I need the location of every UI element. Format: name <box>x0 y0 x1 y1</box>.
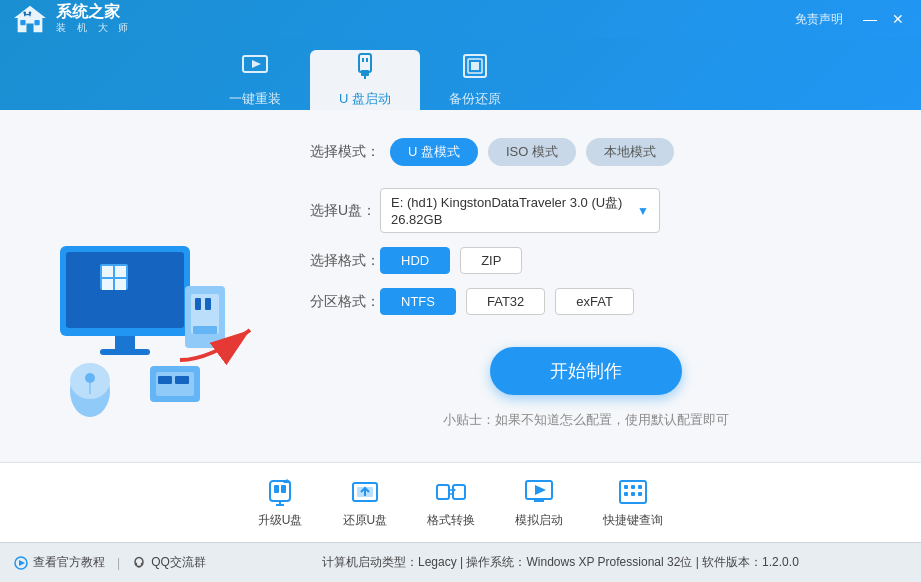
svg-rect-63 <box>638 492 642 496</box>
upgrade-usb-icon <box>262 476 298 508</box>
backup-icon <box>461 52 489 86</box>
svg-point-35 <box>85 373 95 383</box>
svg-marker-54 <box>535 485 546 495</box>
svg-rect-51 <box>453 485 465 499</box>
svg-point-67 <box>135 562 137 565</box>
svg-rect-59 <box>631 485 635 489</box>
svg-rect-29 <box>195 298 201 310</box>
usb-select-row: 选择U盘： E: (hd1) KingstonDataTraveler 3.0 … <box>310 188 891 233</box>
usb-select-dropdown[interactable]: E: (hd1) KingstonDataTraveler 3.0 (U盘) 2… <box>380 188 660 233</box>
format-select-row: 选择格式： HDD ZIP <box>310 247 891 274</box>
svg-rect-22 <box>115 266 126 277</box>
simulate-boot-btn[interactable]: 模拟启动 <box>515 476 563 529</box>
logo-sub-text: 装 机 大 师 <box>56 21 132 35</box>
svg-rect-1 <box>20 20 25 25</box>
mode-label: 选择模式： <box>310 143 380 161</box>
svg-rect-10 <box>359 54 371 72</box>
qq-label: QQ交流群 <box>151 554 206 571</box>
format-convert-label: 格式转换 <box>427 512 475 529</box>
svg-rect-50 <box>437 485 449 499</box>
qq-group-link[interactable]: QQ交流群 <box>132 554 206 571</box>
partition-btn-fat32[interactable]: FAT32 <box>466 288 545 315</box>
qq-icon <box>132 556 146 570</box>
titlebar-controls: 免责声明 — ✕ <box>795 8 909 30</box>
svg-marker-9 <box>252 60 261 68</box>
format-btn-group: HDD ZIP <box>380 247 522 274</box>
shortcut-query-btn[interactable]: 快捷键查询 <box>603 476 663 529</box>
mode-btn-iso[interactable]: ISO 模式 <box>488 138 576 166</box>
svg-rect-21 <box>102 266 113 277</box>
usb-label: U 盘启动 <box>339 90 391 108</box>
svg-rect-43 <box>281 485 286 493</box>
mode-selector-row: 选择模式： U 盘模式 ISO 模式 本地模式 <box>310 138 891 166</box>
svg-rect-62 <box>631 492 635 496</box>
divider1: | <box>117 556 120 570</box>
svg-point-7 <box>29 12 32 15</box>
restore-usb-label: 还原U盘 <box>343 512 388 529</box>
bottom-toolbar: 升级U盘 还原U盘 格式转换 <box>0 462 921 542</box>
statusbar: 查看官方教程 | QQ交流群 计算机启动类型：Legacy | 操作系统：Win… <box>0 542 921 582</box>
shortcut-query-icon <box>615 476 651 508</box>
tutorial-label: 查看官方教程 <box>33 554 105 571</box>
usb-select-value: E: (hd1) KingstonDataTraveler 3.0 (U盘) 2… <box>391 194 637 227</box>
format-btn-hdd[interactable]: HDD <box>380 247 450 274</box>
arrow-indicator <box>170 310 270 370</box>
svg-rect-13 <box>361 70 369 76</box>
navbar: 一键重装 U 盘启动 备份还原 <box>0 38 921 110</box>
svg-rect-24 <box>115 279 126 290</box>
upgrade-usb-label: 升级U盘 <box>258 512 303 529</box>
status-info-text: 计算机启动类型：Legacy | 操作系统：Windows XP Profess… <box>214 554 907 571</box>
svg-rect-41 <box>270 481 290 501</box>
tab-backup[interactable]: 备份还原 <box>420 50 530 110</box>
svg-rect-60 <box>638 485 642 489</box>
partition-select-row: 分区格式： NTFS FAT32 exFAT <box>310 288 891 315</box>
partition-label: 分区格式： <box>310 293 370 311</box>
simulate-boot-icon <box>521 476 557 508</box>
close-button[interactable]: ✕ <box>887 8 909 30</box>
disclaimer-link[interactable]: 免责声明 <box>795 11 843 28</box>
reinstall-label: 一键重装 <box>229 90 281 108</box>
svg-rect-25 <box>115 336 135 350</box>
format-convert-btn[interactable]: 格式转换 <box>427 476 475 529</box>
svg-rect-2 <box>34 20 39 25</box>
usb-select-label: 选择U盘： <box>310 202 370 220</box>
partition-btn-ntfs[interactable]: NTFS <box>380 288 456 315</box>
svg-point-68 <box>141 562 143 565</box>
logo-text-container: 系统之家 装 机 大 师 <box>56 3 132 35</box>
tutorial-link[interactable]: 查看官方教程 <box>14 554 105 571</box>
partition-btn-exfat[interactable]: exFAT <box>555 288 634 315</box>
format-btn-zip[interactable]: ZIP <box>460 247 522 274</box>
partition-btn-group: NTFS FAT32 exFAT <box>380 288 634 315</box>
svg-rect-26 <box>100 349 150 355</box>
reinstall-icon <box>241 52 269 86</box>
logo: 系统之家 装 机 大 师 <box>12 3 132 35</box>
titlebar: 系统之家 装 机 大 师 免责声明 — ✕ <box>0 0 921 38</box>
simulate-boot-label: 模拟启动 <box>515 512 563 529</box>
svg-rect-23 <box>102 279 113 290</box>
dropdown-arrow-icon: ▼ <box>637 204 649 218</box>
tab-usb[interactable]: U 盘启动 <box>310 50 420 110</box>
svg-rect-39 <box>175 376 189 384</box>
svg-rect-58 <box>624 485 628 489</box>
format-label: 选择格式： <box>310 252 370 270</box>
format-convert-icon <box>433 476 469 508</box>
tab-reinstall[interactable]: 一键重装 <box>200 50 310 110</box>
backup-label: 备份还原 <box>449 90 501 108</box>
svg-rect-17 <box>471 62 479 70</box>
upgrade-usb-btn[interactable]: 升级U盘 <box>258 476 303 529</box>
svg-rect-38 <box>158 376 172 384</box>
mode-btn-local[interactable]: 本地模式 <box>586 138 674 166</box>
start-make-button[interactable]: 开始制作 <box>490 347 682 395</box>
svg-rect-42 <box>274 485 279 493</box>
mode-btn-usb[interactable]: U 盘模式 <box>390 138 478 166</box>
svg-marker-65 <box>19 560 25 566</box>
logo-main-text: 系统之家 <box>56 3 132 21</box>
svg-rect-61 <box>624 492 628 496</box>
svg-rect-30 <box>205 298 211 310</box>
usb-icon <box>351 52 379 86</box>
tutorial-icon <box>14 556 28 570</box>
restore-usb-icon <box>347 476 383 508</box>
shortcut-query-label: 快捷键查询 <box>603 512 663 529</box>
minimize-button[interactable]: — <box>859 8 881 30</box>
restore-usb-btn[interactable]: 还原U盘 <box>343 476 388 529</box>
